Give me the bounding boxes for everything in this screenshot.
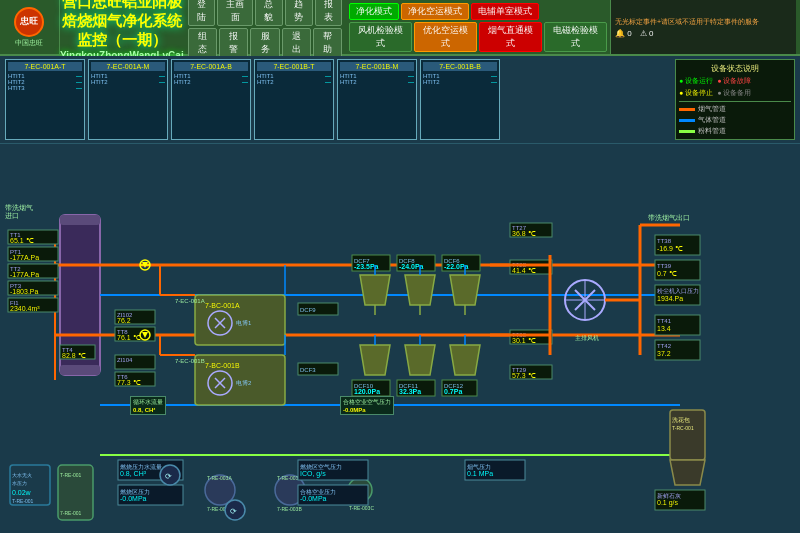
nav-config[interactable]: 组态 [188, 28, 217, 58]
hopper-6 [450, 345, 480, 375]
equip-title-3: 7-EC-001A-B [174, 62, 248, 71]
main-title: 营口忠旺铝业阳极焙烧烟气净化系统监控（一期） [60, 0, 184, 50]
svg-text:0.7 ℃: 0.7 ℃ [657, 270, 677, 277]
equipment-row: 7-EC-001A-T HTIT1--- HTIT2--- HTIT3--- 7… [0, 56, 800, 144]
water-flow-val: 0.8, CH³ [133, 407, 155, 413]
svg-text:-177A.Pa: -177A.Pa [10, 254, 39, 261]
hopper-4 [360, 345, 390, 375]
svg-text:32.3Pa: 32.3Pa [399, 388, 421, 395]
nav-service[interactable]: 服务 [250, 28, 279, 58]
equip-title-5: 7-EC-001B-M [340, 62, 414, 71]
svg-text:2340.4m³: 2340.4m³ [10, 305, 40, 312]
title-area: 营口忠旺铝业阳极焙烧烟气净化系统监控（一期） YingkouZhongWangL… [60, 0, 184, 61]
svg-text:0.7Pa: 0.7Pa [444, 388, 462, 395]
svg-text:0.8, CH³: 0.8, CH³ [120, 470, 147, 477]
header: 忠旺 中国忠旺 营口忠旺铝业阳极焙烧烟气净化系统监控（一期） YingkouZh… [0, 0, 800, 56]
svg-text:65.1 ℃: 65.1 ℃ [10, 237, 34, 244]
hopper-3 [450, 275, 480, 305]
nav-alarm[interactable]: 报警 [219, 28, 248, 58]
inlet-label: 带洗烟气 [5, 204, 33, 211]
svg-text:30.1 ℃: 30.1 ℃ [512, 337, 536, 344]
water-flow-box: 循环水流量 0.8, CH³ [130, 396, 166, 415]
alarm-count: 0 [627, 29, 631, 38]
equip-7EC001BB: 7-EC-001B-B HTIT1--- HTIT2--- [420, 59, 500, 140]
equip-7EC001AM: 7-EC-001A-M HTIT1--- HTIT2--- [88, 59, 168, 140]
nav-help[interactable]: 帮助 [313, 28, 342, 58]
alarm-count2: 0 [649, 29, 653, 38]
mode-single-chamber[interactable]: 电辅单室模式 [471, 3, 539, 20]
svg-text:37.2: 37.2 [657, 350, 671, 357]
process-diagram: 带洗烟气 进口 7-BC-001A 电博1 [0, 144, 800, 533]
svg-text:洗花包: 洗花包 [672, 417, 690, 423]
nav-exit[interactable]: 退出 [282, 28, 311, 58]
svg-text:进口: 进口 [5, 212, 19, 219]
mode-purify[interactable]: 净化模式 [349, 3, 399, 20]
svg-text:7-EC-001A: 7-EC-001A [175, 298, 205, 304]
svg-text:-177A.Pa: -177A.Pa [10, 271, 39, 278]
svg-text:0.1 g/s: 0.1 g/s [657, 499, 679, 507]
mode-flue-bypass[interactable]: 烟气直通模式 [479, 22, 542, 52]
svg-text:57.3 ℃: 57.3 ℃ [512, 372, 536, 379]
alarm-text: 无光标定事件+请区域不适用于特定事件的服务 [615, 17, 792, 27]
svg-text:水压力: 水压力 [12, 480, 27, 486]
company-name: 中国忠旺 [15, 38, 43, 48]
svg-text:大水无火: 大水无火 [12, 472, 32, 478]
svg-rect-2 [60, 365, 100, 375]
equip-7EC001BT: 7-EC-001B-T HTIT1--- HTIT2--- [254, 59, 334, 140]
mode-purify-air[interactable]: 净化空运模式 [401, 3, 469, 20]
nav-main[interactable]: 主画面 [217, 0, 253, 26]
svg-text:TT41: TT41 [657, 318, 672, 324]
legend-running: ● 设备运行 [679, 76, 713, 86]
legend-gas-pipe: 气体管道 [698, 115, 726, 125]
equip-title-1: 7-EC-001A-T [8, 62, 82, 71]
svg-text:0.1 MPa: 0.1 MPa [467, 470, 493, 477]
air-flow-label: 合格空业空气压力 [343, 399, 391, 405]
svg-text:TT42: TT42 [657, 343, 672, 349]
equip-7EC001BM: 7-EC-001B-M HTIT1--- HTIT2--- [337, 59, 417, 140]
pipe-legend: 烟气管道 气体管道 粉料管道 [679, 101, 791, 136]
equip-title-2: 7-EC-001A-M [91, 62, 165, 71]
legend-standby: ● 设备备用 [717, 88, 751, 98]
nav-overview[interactable]: 总貌 [255, 0, 283, 26]
nav-trend[interactable]: 趋势 [285, 0, 313, 26]
svg-text:T-RE-003A: T-RE-003A [207, 475, 232, 481]
legend-stop: ● 设备停止 [679, 88, 713, 98]
svg-text:7-BC-001B: 7-BC-001B [205, 362, 240, 369]
nav-report[interactable]: 报表 [315, 0, 343, 26]
svg-text:ICO, g/s: ICO, g/s [300, 470, 326, 478]
svg-text:DCF3: DCF3 [300, 367, 316, 373]
svg-text:电博2: 电博2 [236, 380, 252, 386]
equip-7EC001AB: 7-EC-001A-B HTIT1--- HTIT2--- [171, 59, 251, 140]
alarm-area: 无光标定事件+请区域不适用于特定事件的服务 🔔 0 ⚠ 0 [610, 0, 796, 54]
svg-text:76.2: 76.2 [117, 317, 131, 324]
svg-text:燃烧压力水流量: 燃烧压力水流量 [120, 463, 162, 470]
mode-fan-test[interactable]: 风机检验模式 [349, 22, 412, 52]
svg-marker-143 [670, 460, 705, 485]
svg-text:82.8 ℃: 82.8 ℃ [62, 352, 86, 359]
svg-text:主排风机: 主排风机 [575, 334, 599, 341]
svg-text:-1803.Pa: -1803.Pa [10, 288, 39, 295]
svg-text:7-BC-001A: 7-BC-001A [205, 302, 240, 309]
logo-icon: 忠旺 [14, 7, 44, 37]
hopper-5 [405, 345, 435, 375]
svg-rect-1 [60, 215, 100, 225]
svg-text:36.8 ℃: 36.8 ℃ [512, 230, 536, 237]
nav-login[interactable]: 登陆 [188, 0, 216, 26]
mode-optimize-air[interactable]: 优化空运模式 [414, 22, 477, 52]
legend-title: 设备状态说明 [679, 63, 791, 74]
process-area: 带洗烟气 进口 7-BC-001A 电博1 [0, 144, 800, 533]
svg-text:7-EC-001B: 7-EC-001B [175, 358, 205, 364]
svg-text:0.02w: 0.02w [12, 489, 32, 496]
svg-text:T-RC-001: T-RC-001 [672, 425, 694, 431]
svg-text:⟳: ⟳ [165, 472, 172, 481]
svg-text:7-RE-003B: 7-RE-003B [277, 506, 302, 512]
legend-flue-pipe: 烟气管道 [698, 104, 726, 114]
mode-em-test[interactable]: 电磁检验模式 [544, 22, 607, 52]
equip-title-4: 7-EC-001B-T [257, 62, 331, 71]
svg-text:DCF9: DCF9 [300, 307, 316, 313]
main-content: 7-EC-001A-T HTIT1--- HTIT2--- HTIT3--- 7… [0, 56, 800, 533]
svg-text:-0.0MPa: -0.0MPa [120, 495, 147, 502]
svg-text:77.3 ℃: 77.3 ℃ [117, 379, 141, 386]
svg-text:76.1 ℃: 76.1 ℃ [117, 334, 141, 341]
svg-text:-0.0MPa: -0.0MPa [300, 495, 327, 502]
